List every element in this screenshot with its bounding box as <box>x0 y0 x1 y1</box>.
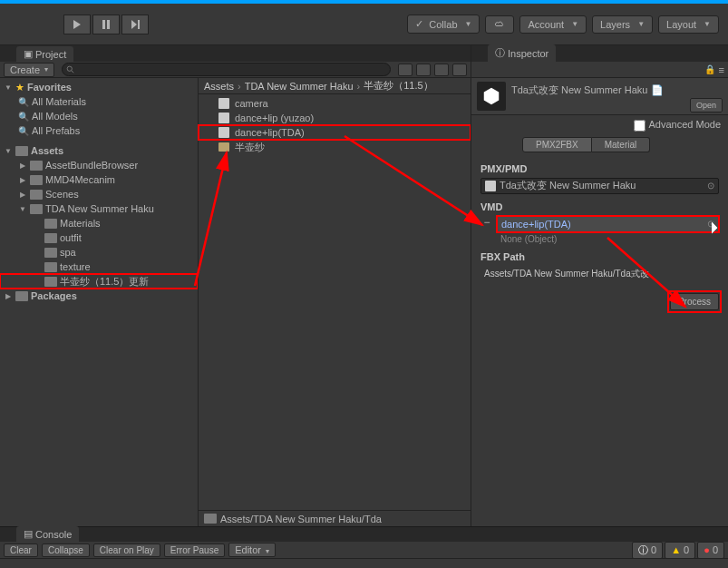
hidden-icon[interactable] <box>452 64 467 76</box>
folder-icon <box>218 142 229 152</box>
clear-button[interactable]: Clear <box>4 544 38 557</box>
console-icon: ▤ <box>24 528 33 540</box>
star-icon: ★ <box>15 82 24 93</box>
file-item[interactable]: camera <box>199 96 471 111</box>
remove-vmd-button[interactable]: − <box>480 216 493 229</box>
cloud-button[interactable] <box>485 15 514 34</box>
folder-icon <box>204 514 217 524</box>
pmx2fbx-tab[interactable]: PMX2FBX <box>522 137 592 152</box>
open-button[interactable]: Open <box>690 98 723 113</box>
unity-icon <box>477 82 506 111</box>
main-toolbar: ✓Collab▼ Account▼ Layers▼ Layout▼ <box>0 4 728 45</box>
search-input[interactable] <box>62 63 391 76</box>
folder-icon <box>30 204 43 214</box>
project-icon: ▣ <box>24 48 33 60</box>
folder-icon <box>15 146 28 156</box>
svg-rect-0 <box>102 20 105 29</box>
tree-folder[interactable]: spa <box>0 245 198 260</box>
help-icon[interactable]: 📄 <box>651 84 664 95</box>
layout-dropdown[interactable]: Layout▼ <box>658 15 719 34</box>
vmd-drop-target[interactable]: dance+lip(TDA) ⊙ <box>497 216 719 232</box>
fbx-path-label: FBX Path <box>480 251 719 262</box>
tree-folder[interactable]: 半壶纱（11.5）更新 <box>0 274 198 289</box>
filter-icon[interactable] <box>398 64 413 76</box>
step-button[interactable] <box>121 15 149 34</box>
file-item[interactable]: 半壶纱 <box>199 140 471 154</box>
create-button[interactable]: Create▾ <box>4 63 54 77</box>
svg-rect-1 <box>107 20 110 29</box>
tree-folder[interactable]: outfit <box>0 230 198 245</box>
pause-button[interactable] <box>92 15 120 34</box>
star-icon[interactable] <box>434 64 449 76</box>
label-icon[interactable] <box>416 64 431 76</box>
collab-dropdown[interactable]: ✓Collab▼ <box>407 15 480 34</box>
favorite-item[interactable]: 🔍All Materials <box>0 94 198 109</box>
object-picker-icon[interactable]: ⊙ <box>707 181 714 191</box>
advanced-mode-checkbox[interactable] <box>634 120 645 132</box>
assets-root[interactable]: ▼Assets <box>0 143 198 158</box>
vmd-none-label: None (Object) <box>497 234 719 244</box>
file-item[interactable]: dance+lip (yuzao) <box>199 111 471 125</box>
account-dropdown[interactable]: Account▼ <box>519 15 587 34</box>
vmd-label: VMD <box>480 201 719 212</box>
search-icon: 🔍 <box>18 97 29 107</box>
info-count[interactable]: ⓘ0 <box>632 542 663 559</box>
play-button[interactable] <box>63 15 91 34</box>
breadcrumb[interactable]: Assets› TDA New Summer Haku› 半壶纱（11.5） <box>199 78 471 94</box>
lock-icon[interactable]: 🔒 <box>704 64 715 74</box>
folder-icon <box>15 291 28 301</box>
project-search[interactable] <box>62 63 391 76</box>
packages-root[interactable]: ▶Packages <box>0 289 198 303</box>
folder-icon <box>44 219 57 229</box>
pmx-label: PMX/PMD <box>480 163 719 174</box>
menu-icon[interactable]: ≡ <box>719 64 724 75</box>
file-item[interactable]: dance+lip(TDA) <box>199 125 471 140</box>
inspector-tab-strip: ⓘInspector <box>471 45 728 62</box>
fbx-path-value: Assets/TDA New Summer Haku/Tda式改 <box>480 266 719 282</box>
favorite-item[interactable]: 🔍All Models <box>0 109 198 123</box>
layers-dropdown[interactable]: Layers▼ <box>592 15 653 34</box>
project-tab[interactable]: ▣Project <box>16 46 73 62</box>
inspector-tab[interactable]: ⓘInspector <box>488 44 556 62</box>
svg-line-4 <box>72 71 73 73</box>
svg-point-3 <box>67 66 72 71</box>
favorite-item[interactable]: 🔍All Prefabs <box>0 123 198 138</box>
folder-icon <box>30 190 43 200</box>
editor-dropdown[interactable]: Editor ▾ <box>228 543 276 557</box>
tree-folder[interactable]: ▶AssetBundleBrowser <box>0 158 198 172</box>
folder-icon <box>30 175 43 185</box>
console-tab[interactable]: ▤Console <box>16 526 79 542</box>
tree-folder[interactable]: ▶MMD4Mecanim <box>0 172 198 187</box>
file-icon <box>485 181 496 191</box>
project-tree: ▼★Favorites 🔍All Materials 🔍All Models 🔍… <box>0 78 199 526</box>
folder-icon <box>44 277 57 287</box>
advanced-mode-label: Advanced Mode <box>649 119 722 130</box>
project-tab-strip: ▣Project <box>0 45 471 62</box>
process-button[interactable]: Process <box>670 293 719 310</box>
error-pause-button[interactable]: Error Pause <box>164 544 225 557</box>
file-icon <box>218 113 229 123</box>
clear-on-play-button[interactable]: Clear on Play <box>93 544 160 557</box>
folder-icon <box>30 161 43 171</box>
console-toolbar: Clear Collapse Clear on Play Error Pause… <box>0 542 728 559</box>
asset-title: Tda式改变 New Summer Haku <box>511 84 647 95</box>
tree-folder[interactable]: texture <box>0 260 198 274</box>
folder-icon <box>44 233 57 243</box>
tree-folder[interactable]: ▼TDA New Summer Haku <box>0 201 198 216</box>
material-tab[interactable]: Material <box>592 137 651 152</box>
pmx-field[interactable]: Tda式改变 New Summer Haku ⊙ <box>480 178 719 194</box>
error-count[interactable]: ●0 <box>697 542 724 559</box>
warn-count[interactable]: ▲0 <box>665 542 695 559</box>
folder-icon <box>44 262 57 272</box>
search-icon: 🔍 <box>18 112 29 122</box>
file-list: cameradance+lip (yuzao)dance+lip(TDA)半壶纱 <box>199 94 471 510</box>
file-icon <box>218 127 229 138</box>
favorites-root[interactable]: ▼★Favorites <box>0 80 198 94</box>
collapse-button[interactable]: Collapse <box>42 544 90 557</box>
tree-folder[interactable]: Materials <box>0 216 198 230</box>
svg-rect-2 <box>138 20 140 29</box>
path-footer: Assets/TDA New Summer Haku/Tda <box>199 510 471 526</box>
search-icon: 🔍 <box>18 126 29 136</box>
tree-folder[interactable]: ▶Scenes <box>0 187 198 201</box>
info-icon: ⓘ <box>495 46 505 60</box>
